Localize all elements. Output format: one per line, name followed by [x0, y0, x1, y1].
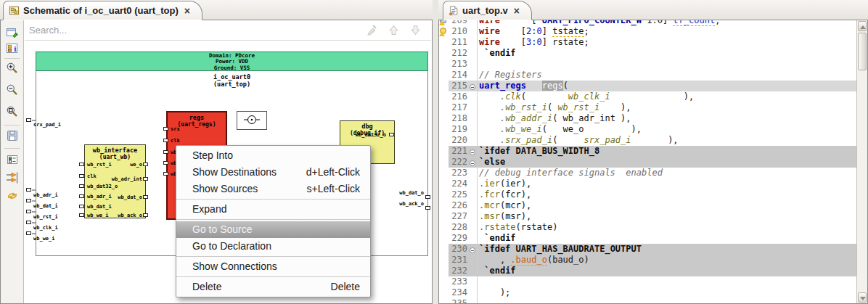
code-line: 227.msr(msr),: [439, 211, 856, 222]
code-text[interactable]: .wb_addr_i( wb_adr_int ),: [477, 113, 856, 124]
code-text[interactable]: .wb_we_i( we_o ),: [477, 124, 856, 135]
menu-item-show-connections[interactable]: Show Connections: [176, 258, 370, 275]
code-text[interactable]: .clk( wb_clk_i ),: [477, 91, 856, 102]
code-text[interactable]: .msr(msr),: [477, 211, 856, 222]
scroll-up-button[interactable]: [858, 21, 867, 31]
menu-item-expand[interactable]: Expand: [176, 201, 370, 218]
menu-item-show-sources[interactable]: Show Sourcess+Left-Click: [176, 181, 370, 197]
code-text[interactable]: wire [3:0] rstate;: [477, 37, 856, 48]
menu-item-delete[interactable]: DeleteDelete: [176, 279, 370, 295]
code-text[interactable]: `else: [477, 157, 856, 168]
close-icon[interactable]: ×: [514, 5, 520, 17]
line-number: 219: [449, 124, 468, 135]
code-text[interactable]: wire [ UART_FIFO_COUNTER_W 1:0] tf_count…: [477, 20, 856, 26]
gutter-marker-column: [439, 124, 449, 135]
editor-panel-content: 209wire [ UART_FIFO_COUNTER_W 1:0] tf_co…: [438, 20, 868, 304]
fold-collapse-icon[interactable]: [470, 160, 475, 166]
fold-column: [468, 189, 477, 200]
tab-uart-top-v[interactable]: uart_top.v ×: [443, 1, 532, 20]
port-connector: [143, 213, 148, 217]
fold-column: [468, 102, 477, 113]
fold-collapse-icon[interactable]: [470, 149, 475, 155]
fold-column: [468, 233, 477, 244]
tab-title: Schematic of i_oc_uart0 (uart_top): [23, 5, 179, 16]
code-text[interactable]: .rstate(rstate): [477, 222, 856, 233]
gutter-marker-column: [439, 244, 449, 255]
save-button[interactable]: [6, 129, 19, 142]
fold-column: [468, 26, 477, 37]
code-text[interactable]: .mcr(mcr),: [477, 200, 856, 211]
code-text[interactable]: `endif: [477, 266, 856, 276]
port-connector: [163, 161, 168, 165]
code-text[interactable]: uart_regs regs(: [477, 81, 856, 91]
port-connector: [26, 188, 31, 192]
block-port-label: we_o: [105, 162, 142, 168]
code-text[interactable]: // debug interface signals enabled: [477, 168, 856, 178]
gutter-marker-column: [439, 48, 449, 59]
zoom-out-button[interactable]: [6, 83, 19, 96]
code-text[interactable]: .ier(ier),: [477, 178, 856, 189]
code-text[interactable]: .wb_rst_i( wb_rst_i ),: [477, 102, 856, 113]
code-text[interactable]: wire [2:0] tstate;: [477, 26, 856, 37]
gutter-marker-column: [439, 222, 449, 233]
code-text[interactable]: .fcr(fcr),: [477, 189, 856, 200]
port-connector: [79, 174, 84, 178]
properties-icon: i: [6, 42, 19, 55]
code-text[interactable]: .srx_pad_i( srx_pad_i ),: [477, 135, 856, 146]
menu-item-label: Show Connections: [192, 260, 277, 273]
line-number: 233: [449, 276, 468, 287]
gutter-marker-column: [439, 59, 449, 70]
find-previous-button[interactable]: [388, 24, 400, 36]
code-text[interactable]: `ifdef UART_HAS_BAUDRATE_OUTPUT: [477, 244, 856, 255]
editor-scrollbar[interactable]: [856, 20, 867, 303]
swap-sides-button[interactable]: [6, 189, 19, 202]
scroll-down-button[interactable]: [858, 292, 867, 303]
fold-column: [468, 20, 477, 26]
menu-item-show-destinations[interactable]: Show Destinationsd+Left-Click: [176, 164, 370, 181]
code-editor[interactable]: 209wire [ UART_FIFO_COUNTER_W 1:0] tf_co…: [439, 20, 856, 303]
fold-column: [468, 146, 477, 157]
search-input[interactable]: [25, 25, 366, 36]
port-connector: [163, 150, 168, 154]
menu-item-go-to-declaration[interactable]: Go to Declaration: [176, 238, 370, 255]
code-text[interactable]: `ifdef DATA_BUS_WIDTH_8: [477, 146, 856, 157]
code-text[interactable]: [477, 298, 856, 303]
code-text[interactable]: );: [477, 287, 856, 298]
code-text[interactable]: , .baud_o(baud_o): [477, 255, 856, 266]
fold-column: [468, 157, 477, 168]
code-line: 211wire [3:0] rstate;: [439, 37, 856, 48]
zoom-selection-button[interactable]: [6, 105, 19, 118]
code-text[interactable]: [477, 276, 856, 287]
fold-column: [468, 124, 477, 135]
show-properties-button[interactable]: i: [6, 42, 19, 55]
menu-item-step-into[interactable]: Step Into: [176, 147, 370, 164]
schematic-panel-content: i: [0, 20, 433, 304]
line-number: 229: [449, 233, 468, 244]
clear-search-button[interactable]: [366, 24, 378, 36]
code-text[interactable]: [477, 59, 856, 70]
fold-collapse-icon[interactable]: [470, 84, 475, 90]
line-number: 226: [449, 200, 468, 211]
port-connector: [79, 194, 84, 198]
code-line: 213: [439, 59, 856, 70]
display-options-button[interactable]: [6, 153, 19, 166]
line-number: 209: [449, 20, 468, 26]
pin-editor-button[interactable]: [6, 26, 19, 39]
menu-item-go-to-source[interactable]: Go to Source: [176, 221, 370, 238]
block-title: regs: [168, 114, 226, 121]
zoom-in-button[interactable]: [6, 62, 19, 75]
code-text[interactable]: // Registers: [477, 70, 856, 81]
trace-signal-button[interactable]: [6, 171, 19, 184]
code-text[interactable]: `endif: [477, 233, 856, 244]
close-icon[interactable]: ×: [184, 5, 190, 17]
fold-collapse-icon[interactable]: [470, 247, 475, 253]
find-next-button[interactable]: [409, 24, 422, 36]
pin-editor-icon: [6, 26, 19, 39]
tab-schematic[interactable]: Schematic of i_oc_uart0 (uart_top) ×: [3, 1, 202, 20]
code-line: 219 .wb_we_i( we_o ),: [439, 124, 856, 135]
ground-label: Ground: VSS: [36, 65, 427, 71]
fold-column: [468, 113, 477, 124]
code-text[interactable]: `endif: [477, 48, 856, 59]
clock-symbol-box[interactable]: [237, 111, 267, 130]
scrollbar-thumb[interactable]: [858, 33, 867, 70]
